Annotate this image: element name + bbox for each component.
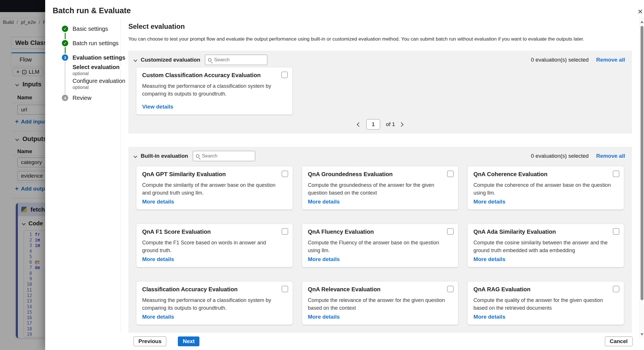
evaluation-card-description: Compute the similarity of the answer bas… [142, 181, 283, 197]
evaluation-card: Custom Classification Accuracy Evaluatio… [136, 67, 292, 115]
evaluation-card-details-link[interactable]: More details [308, 199, 340, 205]
scrollbar[interactable] [639, 17, 644, 338]
evaluation-checkbox[interactable] [613, 171, 619, 177]
evaluation-card-description: Compute the coherence of the answer base… [473, 181, 614, 197]
scrollbar-thumb[interactable] [641, 26, 643, 300]
next-page-icon[interactable] [399, 122, 404, 127]
step-connector [65, 62, 65, 94]
customized-evaluation-section: Customized evaluation 0 evaluation(s) se… [128, 51, 632, 134]
evaluation-card-description: Compute the quality of the answer for th… [473, 296, 614, 312]
chevron-down-icon[interactable] [134, 154, 137, 158]
evaluation-card-description: Measuring the performance of a classific… [142, 82, 283, 98]
builtin-selected-count: 0 evaluation(s) selected [531, 153, 589, 159]
evaluation-card-details-link[interactable]: More details [142, 199, 174, 205]
step-review[interactable]: Review [73, 95, 92, 101]
evaluation-checkbox[interactable] [282, 228, 288, 235]
page-count-label: of 1 [386, 121, 395, 128]
evaluation-card-description: Compute the cosine similarity between th… [473, 239, 614, 254]
substep-select-optional: optional [73, 71, 89, 76]
evaluation-card-title: QnA Fluency Evaluation [308, 229, 438, 235]
cancel-button[interactable]: Cancel [605, 336, 632, 346]
evaluation-card: QnA GPT Similarity Evaluation Compute th… [136, 166, 293, 210]
substep-configure-evaluation[interactable]: Configure evaluation [73, 78, 125, 84]
search-icon [196, 154, 199, 158]
evaluation-card-title: QnA Coherence Evaluation [473, 171, 604, 178]
evaluation-checkbox[interactable] [447, 286, 454, 292]
step-batch-run-settings[interactable]: Batch run settings [73, 40, 119, 47]
evaluation-card-title: Custom Classification Accuracy Evaluatio… [142, 72, 272, 79]
evaluation-card-details-link[interactable]: View details [142, 104, 173, 110]
evaluation-card: QnA F1 Score Evaluation Compute the F1 S… [136, 224, 293, 267]
customized-search-input[interactable] [214, 57, 264, 63]
step-check-icon: ✓ [62, 26, 68, 32]
evaluation-card-title: QnA F1 Score Evaluation [142, 229, 273, 235]
customized-section-header: Customized evaluation 0 evaluation(s) se… [134, 54, 625, 66]
evaluation-checkbox[interactable] [613, 286, 619, 292]
evaluation-card: QnA Ada Similarity Evaluation Compute th… [468, 224, 624, 267]
evaluation-card-grid: QnA GPT Similarity Evaluation Compute th… [136, 166, 624, 325]
builtin-evaluation-section: Built-in evaluation 0 evaluation(s) sele… [128, 147, 632, 333]
evaluation-card-description: Compute the F1 Score based on words in a… [142, 239, 283, 254]
page-number-input[interactable] [366, 119, 380, 130]
builtin-search-box [193, 151, 255, 161]
dialog-footer: Previous Next Cancel [45, 333, 644, 350]
evaluation-card-description: Compute the groundedness of the answer f… [308, 181, 449, 197]
substep-select-evaluation[interactable]: Select evaluation [73, 64, 119, 71]
evaluation-card-details-link[interactable]: More details [142, 314, 174, 320]
step-connector [65, 47, 66, 54]
close-icon[interactable]: × [635, 6, 644, 17]
previous-page-icon[interactable] [357, 122, 361, 127]
batch-run-evaluate-dialog: Batch run & Evaluate × ✓ Basic settings … [45, 0, 644, 350]
evaluation-card: QnA Fluency Evaluation Compute the Fluen… [302, 224, 458, 267]
evaluation-card-description: Measuring the performance of a classific… [142, 296, 283, 312]
evaluation-card-title: QnA Relevance Evaluation [308, 286, 438, 293]
customized-remove-all-link[interactable]: Remove all [596, 57, 625, 63]
builtin-remove-all-link[interactable]: Remove all [596, 153, 625, 159]
scroll-up-icon[interactable] [641, 21, 643, 23]
evaluation-card-title: QnA Ada Similarity Evaluation [473, 229, 604, 235]
evaluation-checkbox[interactable] [282, 286, 288, 292]
step-basic-settings[interactable]: Basic settings [73, 26, 108, 32]
builtin-search-input[interactable] [202, 153, 252, 159]
step-check-icon: ✓ [62, 40, 68, 46]
evaluation-card-title: QnA GPT Similarity Evaluation [142, 171, 273, 178]
evaluation-card-details-link[interactable]: More details [142, 256, 174, 262]
evaluation-card: QnA Groundedness Evaluation Compute the … [302, 166, 458, 210]
page-description: You can choose to test your prompt flow … [128, 36, 632, 42]
builtin-section-title: Built-in evaluation [141, 153, 188, 159]
step-connector [65, 33, 66, 39]
search-icon [208, 58, 212, 62]
evaluation-card: QnA Relevance Evaluation Compute the rel… [302, 281, 458, 325]
wizard-steps: ✓ Basic settings ✓ Batch run settings 3 … [45, 0, 121, 350]
chevron-down-icon[interactable] [134, 58, 137, 62]
evaluation-checkbox[interactable] [281, 72, 288, 78]
evaluation-card-title: QnA RAG Evaluation [473, 286, 604, 293]
customized-search-box [205, 55, 267, 65]
evaluation-card: Classification Accuracy Evaluation Measu… [136, 281, 293, 325]
pagination: of 1 [128, 119, 632, 130]
step-evaluation-settings[interactable]: Evaluation settings [73, 54, 125, 61]
substep-configure-optional: optional [73, 85, 89, 90]
evaluation-card-details-link[interactable]: More details [473, 314, 505, 320]
evaluation-card-description: Compute the relevance of the answer for … [308, 296, 449, 312]
evaluation-card-title: QnA Groundedness Evaluation [308, 171, 438, 178]
evaluation-checkbox[interactable] [447, 228, 454, 235]
next-button[interactable]: Next [178, 336, 199, 346]
evaluation-checkbox[interactable] [447, 171, 454, 177]
evaluation-checkbox[interactable] [613, 228, 619, 235]
scroll-down-icon[interactable] [641, 333, 643, 336]
previous-button[interactable]: Previous [134, 336, 166, 346]
evaluation-card-details-link[interactable]: More details [473, 199, 505, 205]
page-title: Select evaluation [128, 22, 185, 31]
step-number-icon: 3 [62, 54, 68, 61]
evaluation-card-details-link[interactable]: More details [473, 256, 505, 262]
builtin-section-header: Built-in evaluation 0 evaluation(s) sele… [134, 150, 625, 162]
customized-section-title: Customized evaluation [141, 57, 200, 63]
evaluation-card-description: Compute the Fluency of the answer base o… [308, 239, 449, 254]
evaluation-card-details-link[interactable]: More details [308, 256, 340, 262]
evaluation-checkbox[interactable] [282, 171, 288, 177]
evaluation-card: QnA Coherence Evaluation Compute the coh… [468, 166, 624, 210]
evaluation-card-details-link[interactable]: More details [308, 314, 340, 320]
evaluation-card-title: Classification Accuracy Evaluation [142, 286, 273, 293]
wizard-divider [121, 18, 121, 333]
